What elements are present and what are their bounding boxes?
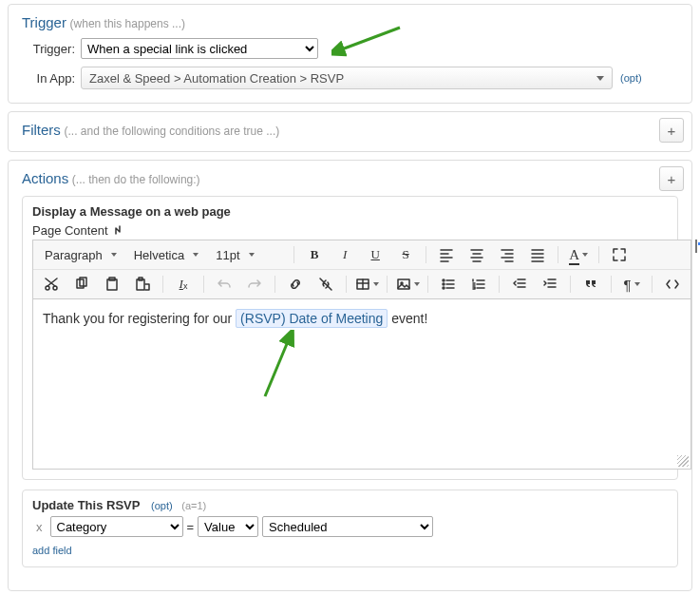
chevron-down-icon [634,282,640,286]
pilcrow-button[interactable]: ¶ [619,274,644,295]
table-button[interactable] [354,274,379,295]
link-button[interactable] [283,274,308,295]
chevron-down-icon [249,253,255,257]
chevron-down-icon [193,253,199,257]
resize-handle[interactable] [677,455,689,467]
svg-point-13 [443,283,445,285]
a1-label: (a=1) [181,500,206,511]
paragraph-select[interactable]: Paragraph [39,244,123,265]
underline-button[interactable]: U [363,244,388,265]
paste-button[interactable] [100,274,124,295]
editor-toolbar: Paragraph Helvetica 11pt B I U S [32,240,691,298]
indent-button[interactable] [538,274,562,295]
align-justify-button[interactable] [525,244,550,265]
opt-link[interactable]: (opt) [151,500,173,511]
actions-subtitle: (... then do the following:) [72,173,200,186]
in-app-value: Zaxel & Speed > Automation Creation > RS… [89,71,344,86]
trigger-title: Trigger [22,14,66,30]
remove-field-button[interactable]: x [32,520,47,534]
trigger-subtitle: (when this happens ...) [70,17,185,30]
body-pre: Thank you for registering for our [43,311,236,326]
merge-token[interactable]: (RSVP) Date of Meeting [236,309,388,328]
fullscreen-button[interactable] [607,244,632,265]
editor-body[interactable]: Thank you for registering for our (RSVP)… [32,298,691,470]
source-button[interactable] [660,274,685,295]
anchor-icon [112,222,127,238]
clear-format-button[interactable]: Ix [171,274,196,295]
align-center-button[interactable] [464,244,489,265]
opt-link[interactable]: (opt) [620,72,642,84]
italic-button[interactable]: I [332,244,357,265]
chevron-down-icon [582,253,588,257]
trigger-panel: Trigger (when this happens ...) Trigger:… [8,4,692,104]
align-right-button[interactable] [495,244,520,265]
actions-title: Actions [22,170,68,186]
in-app-select[interactable]: Zaxel & Speed > Automation Creation > RS… [81,67,613,89]
add-field-link[interactable]: add field [32,545,72,556]
add-filter-button[interactable]: + [659,118,684,143]
display-message-title: Display a Message on a web page [32,204,668,219]
chevron-down-icon [111,253,117,257]
add-action-button[interactable]: + [659,166,684,191]
copy-button[interactable] [69,274,94,295]
trigger-select[interactable]: When a special link is clicked [81,38,318,59]
chevron-down-icon [414,282,420,286]
body-post: event! [391,311,427,326]
text-color-button[interactable]: A [566,244,591,265]
equals-label: = [187,520,195,534]
font-family-select[interactable]: Helvetica [128,244,204,265]
field-picker-icon[interactable] [695,240,697,253]
update-rsvp-title: Update This RSVP [32,498,140,512]
image-button[interactable] [395,274,420,295]
chevron-down-icon [596,76,604,81]
filters-subtitle: (... and the following conditions are tr… [64,125,279,138]
outdent-button[interactable] [507,274,532,295]
bullet-list-button[interactable] [436,274,461,295]
value-type-select[interactable]: Value [198,516,258,537]
in-app-label: In App: [22,71,75,86]
trigger-label: Trigger: [22,42,75,56]
display-message-block: Display a Message on a web page Page Con… [22,196,678,480]
svg-rect-10 [398,279,409,289]
cut-button[interactable] [39,274,64,295]
paste-text-button[interactable] [130,274,155,295]
field-name-select[interactable]: Category [50,516,183,537]
unlink-button[interactable] [313,274,338,295]
strike-button[interactable]: S [393,244,418,265]
number-list-button[interactable] [466,274,491,295]
actions-panel: Actions (... then do the following:) + D… [8,160,692,591]
redo-button[interactable] [242,274,267,295]
svg-point-12 [443,279,445,281]
align-left-button[interactable] [434,244,459,265]
filters-title: Filters [22,122,61,138]
undo-button[interactable] [212,274,236,295]
chevron-down-icon [373,282,379,286]
filters-panel: Filters (... and the following condition… [8,111,692,152]
value-select[interactable]: Scheduled [262,516,433,537]
svg-point-14 [443,287,445,289]
blockquote-button[interactable] [578,274,603,295]
font-size-select[interactable]: 11pt [210,244,286,265]
page-content-label: Page Content [32,223,108,238]
bold-button[interactable]: B [302,244,327,265]
update-rsvp-block: Update This RSVP (opt) (a=1) x Category … [22,489,678,567]
